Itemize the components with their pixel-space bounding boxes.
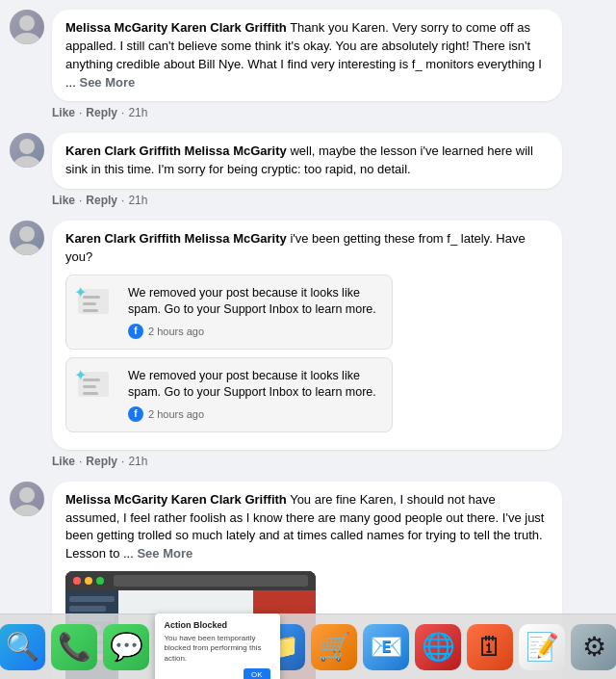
spam-icon: ✦ xyxy=(78,285,118,326)
see-more-link[interactable]: See More xyxy=(137,546,192,561)
reply-button[interactable]: Reply xyxy=(86,455,117,468)
comment-author: Melissa McGarity xyxy=(65,492,167,507)
dock-icon-browser[interactable]: 🌐 xyxy=(415,624,461,670)
like-button[interactable]: Like xyxy=(52,455,75,468)
spam-content: We removed your post because it looks li… xyxy=(128,368,380,422)
see-more-link[interactable]: See More xyxy=(79,75,135,90)
dock-icon-notes[interactable]: 📝 xyxy=(519,624,565,670)
like-button[interactable]: Like xyxy=(52,194,75,207)
comment-time: 21h xyxy=(128,106,147,119)
svg-point-7 xyxy=(13,505,40,516)
comment-mention: Karen Clark Griffith xyxy=(171,20,287,35)
svg-point-5 xyxy=(13,244,40,255)
spam-time: 2 hours ago xyxy=(148,326,204,337)
svg-point-1 xyxy=(13,33,40,44)
comment-mention: Melissa McGarity xyxy=(185,144,287,158)
overlay-ok-button[interactable]: OK xyxy=(244,668,270,679)
svg-point-4 xyxy=(19,226,35,242)
like-button[interactable]: Like xyxy=(52,106,75,119)
comment-row: Melissa McGarity Karen Clark Griffith Th… xyxy=(10,10,606,119)
avatar xyxy=(10,482,44,516)
svg-point-2 xyxy=(19,139,35,154)
svg-point-6 xyxy=(19,487,35,503)
spam-notification-2: ✦ We removed your post because it looks … xyxy=(65,357,393,432)
comment-time: 21h xyxy=(128,455,147,468)
svg-point-3 xyxy=(13,156,40,168)
spam-time: 2 hours ago xyxy=(148,408,204,420)
comments-feed: Melissa McGarity Karen Clark Griffith Th… xyxy=(0,0,616,679)
dock-icon-mail[interactable]: 📧 xyxy=(363,624,409,670)
dock-icon-settings[interactable]: ⚙ xyxy=(571,624,616,670)
avatar xyxy=(10,10,44,44)
comment-bubble: Karen Clark Griffith Melissa McGarity i'… xyxy=(52,221,562,450)
dock-bar: 🔍 📞 💬 📷 🎵 📁 🛒 📧 🌐 🗓 📝 ⚙ xyxy=(0,614,616,679)
spam-title: We removed your post because it looks li… xyxy=(128,368,380,402)
comment-time: 21h xyxy=(128,194,147,207)
reply-button[interactable]: Reply xyxy=(86,106,117,119)
comment-mention: Karen Clark Griffith xyxy=(171,492,287,507)
spam-footer: f 2 hours ago xyxy=(128,324,380,339)
dock-icon-phone[interactable]: 📞 xyxy=(51,624,97,670)
comment-author: Melissa McGarity xyxy=(65,20,167,35)
comment-bubble: Melissa McGarity Karen Clark Griffith Th… xyxy=(52,10,562,101)
overlay-title: Action Blocked xyxy=(165,620,270,630)
facebook-icon: f xyxy=(128,324,143,339)
avatar xyxy=(10,133,44,168)
spam-boxes: ✦ We removed your post because it looks … xyxy=(65,274,549,432)
comment-mention: Melissa McGarity xyxy=(185,231,287,246)
comment-bubble: Karen Clark Griffith Melissa McGarity we… xyxy=(52,133,562,189)
comment-row: Karen Clark Griffith Melissa McGarity we… xyxy=(10,133,606,207)
comment-row: Karen Clark Griffith Melissa McGarity i'… xyxy=(10,221,606,468)
dock-icon-calendar[interactable]: 🗓 xyxy=(467,624,513,670)
facebook-icon: f xyxy=(128,406,143,422)
spam-content: We removed your post because it looks li… xyxy=(128,285,380,339)
comment-actions: Like · Reply · 21h xyxy=(52,194,606,207)
comment-author: Karen Clark Griffith xyxy=(65,231,181,246)
spam-icon: ✦ xyxy=(78,368,118,408)
spam-footer: f 2 hours ago xyxy=(128,406,380,422)
dock-icon-messages[interactable]: 💬 xyxy=(103,624,149,670)
overlay-text: You have been temporarily blocked from p… xyxy=(165,634,270,664)
spam-notification-1: ✦ We removed your post because it looks … xyxy=(65,274,393,350)
avatar xyxy=(10,221,44,255)
spam-title: We removed your post because it looks li… xyxy=(128,285,380,319)
comment-author: Karen Clark Griffith xyxy=(65,144,181,158)
svg-point-0 xyxy=(19,15,35,31)
comment-actions: Like · Reply · 21h xyxy=(52,455,606,468)
dock-icon-finder[interactable]: 🔍 xyxy=(0,624,45,670)
comment-actions: Like · Reply · 21h xyxy=(52,106,606,119)
reply-button[interactable]: Reply xyxy=(86,194,117,207)
dock-icon-store[interactable]: 🛒 xyxy=(311,624,357,670)
